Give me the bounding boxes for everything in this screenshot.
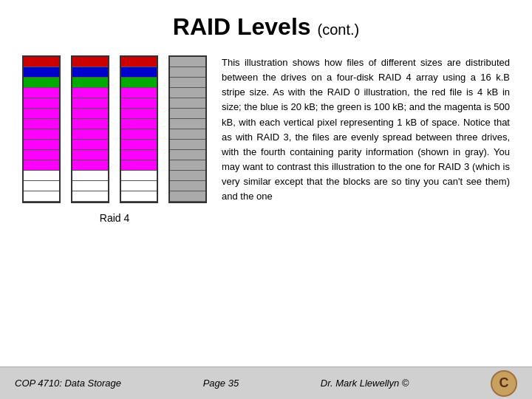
- disk-segment: [24, 78, 59, 88]
- page-title: RAID Levels (cont.): [0, 13, 532, 41]
- disk-segment: [72, 160, 108, 171]
- disk-segment: [170, 98, 205, 109]
- disk-disk1: [22, 55, 61, 203]
- disk-segment: [24, 57, 59, 67]
- raid-label: Raid 4: [100, 212, 129, 224]
- disk-segment: [24, 67, 59, 78]
- disk-segment: [24, 140, 59, 150]
- disk-segment: [72, 119, 108, 129]
- disk-segment: [72, 109, 108, 119]
- body-paragraph: This illustration shows how files of dif…: [222, 55, 510, 204]
- content-area: Raid 4 This illustration shows how files…: [0, 48, 532, 366]
- disk-segment: [24, 150, 59, 160]
- disk-segment: [72, 67, 108, 78]
- diagram-area: Raid 4: [22, 48, 207, 366]
- disk-segment: [170, 67, 205, 78]
- disk-segment: [170, 181, 205, 191]
- disk-segment: [24, 160, 59, 171]
- disk-segment: [121, 181, 157, 191]
- disk-segment: [72, 88, 108, 98]
- disk-segment: [72, 57, 108, 67]
- disk-segment: [24, 181, 59, 191]
- disk-segment: [121, 160, 157, 171]
- disk-segment: [24, 191, 59, 202]
- disk-segment: [72, 191, 108, 202]
- disk-segment: [121, 191, 157, 202]
- disk-segment: [121, 88, 157, 98]
- disk-segment: [24, 88, 59, 98]
- disk-disk3: [120, 55, 158, 203]
- disk-segment: [121, 129, 157, 140]
- title-text: RAID Levels: [173, 13, 311, 40]
- disk-segment: [24, 171, 59, 181]
- disk-segment: [72, 78, 108, 88]
- disk-segment: [72, 129, 108, 140]
- disk-segment: [170, 160, 205, 171]
- disk-segment: [121, 78, 157, 88]
- disk-segment: [72, 98, 108, 109]
- footer: COP 4710: Data Storage Page 35 Dr. Mark …: [0, 366, 532, 399]
- disk-segment: [121, 171, 157, 181]
- disk-segment: [121, 140, 157, 150]
- disk-segment: [121, 67, 157, 78]
- disk-segment: [170, 119, 205, 129]
- disks-row: [22, 55, 207, 203]
- subtitle-text: (cont.): [317, 21, 359, 38]
- disk-disk4-parity: [168, 55, 207, 203]
- disk-segment: [170, 78, 205, 88]
- page: RAID Levels (cont.) Raid 4 This illustra…: [0, 0, 532, 399]
- logo-icon: C: [491, 370, 517, 397]
- disk-segment: [72, 150, 108, 160]
- footer-page: Page 35: [203, 378, 239, 389]
- disk-segment: [170, 57, 205, 67]
- disk-segment: [24, 109, 59, 119]
- description-text: This illustration shows how files of dif…: [222, 48, 510, 366]
- disk-segment: [170, 150, 205, 160]
- footer-author: Dr. Mark Llewellyn ©: [321, 378, 409, 389]
- disk-segment: [72, 181, 108, 191]
- disk-segment: [121, 109, 157, 119]
- disk-segment: [24, 98, 59, 109]
- disk-segment: [121, 150, 157, 160]
- disk-segment: [170, 191, 205, 202]
- disk-segment: [72, 140, 108, 150]
- disk-segment: [121, 98, 157, 109]
- disk-segment: [72, 171, 108, 181]
- disk-segment: [121, 119, 157, 129]
- footer-course: COP 4710: Data Storage: [15, 378, 121, 389]
- disk-segment: [24, 129, 59, 140]
- disk-segment: [170, 140, 205, 150]
- disk-segment: [170, 88, 205, 98]
- disk-segment: [24, 119, 59, 129]
- disk-disk2: [71, 55, 109, 203]
- disk-segment: [121, 57, 157, 67]
- disk-segment: [170, 171, 205, 181]
- disk-segment: [170, 129, 205, 140]
- header: RAID Levels (cont.): [0, 0, 532, 48]
- disk-segment: [170, 109, 205, 119]
